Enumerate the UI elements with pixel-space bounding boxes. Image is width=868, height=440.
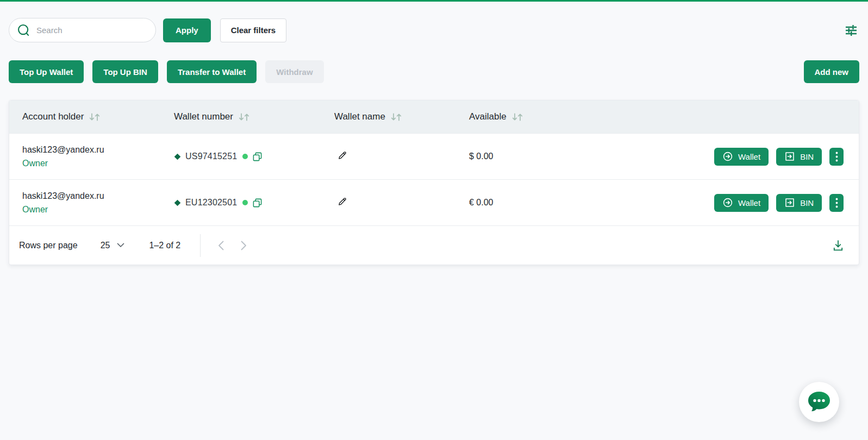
chevron-down-icon (117, 243, 124, 248)
wallet-actions-row: Top Up Wallet Top Up BIN Transfer to Wal… (9, 60, 859, 83)
pagination-nav (216, 238, 249, 253)
account-holder-cell: haski123@yandex.ru Owner (9, 145, 174, 168)
search-box[interactable] (9, 18, 156, 42)
row-menu-button[interactable] (829, 194, 844, 212)
pencil-icon (338, 151, 347, 160)
kebab-menu-icon (835, 198, 838, 208)
status-dot-icon (242, 154, 248, 159)
filter-toolbar: Apply Clear filters (9, 18, 859, 42)
chat-bubble-icon (807, 391, 831, 413)
export-download-button[interactable] (832, 239, 845, 252)
account-email: haski123@yandex.ru (22, 145, 174, 155)
table-row: haski123@yandex.ru Owner EU12302501 (9, 179, 859, 225)
available-cell: $ 0.00 (469, 152, 714, 161)
column-header-account-holder[interactable]: Account holder (9, 111, 174, 122)
row-actions-cell: Wallet BIN (714, 148, 859, 166)
wallet-name-cell (334, 151, 469, 162)
available-cell: € 0.00 (469, 198, 714, 208)
wallet-number-cell: EU12302501 (174, 198, 334, 208)
sort-icon[interactable] (238, 112, 250, 122)
bin-button-label: BIN (800, 198, 814, 208)
account-email: haski123@yandex.ru (22, 191, 174, 201)
withdraw-button[interactable]: Withdraw (265, 60, 323, 83)
top-up-wallet-button[interactable]: Top Up Wallet (9, 60, 84, 83)
chevron-left-icon (218, 241, 224, 250)
arrow-circle-right-icon (722, 197, 733, 208)
chat-support-button[interactable] (799, 382, 839, 422)
kebab-menu-icon (835, 152, 838, 162)
rows-per-page-value: 25 (101, 241, 110, 250)
bin-details-button[interactable]: BIN (776, 148, 822, 166)
filter-settings-button[interactable] (845, 24, 857, 36)
edit-wallet-name-button[interactable] (338, 151, 347, 160)
sort-icon[interactable] (511, 112, 523, 122)
sliders-icon (845, 24, 857, 36)
wallet-details-button[interactable]: Wallet (714, 148, 769, 166)
previous-page-button[interactable] (216, 238, 226, 253)
column-header-available[interactable]: Available (469, 111, 714, 122)
column-header-wallet-name[interactable]: Wallet name (334, 111, 469, 122)
next-page-button[interactable] (239, 238, 249, 253)
rows-per-page-label: Rows per page (19, 241, 78, 250)
row-actions-cell: Wallet BIN (714, 194, 859, 212)
edit-wallet-name-button[interactable] (338, 197, 347, 206)
table-footer: Rows per page 25 1–2 of 2 (9, 225, 859, 265)
search-input[interactable] (36, 26, 151, 35)
wallet-button-label: Wallet (738, 152, 760, 161)
available-amount: € 0.00 (469, 198, 493, 207)
wallets-table: Account holder Wallet number (9, 100, 859, 265)
column-label: Wallet name (334, 111, 385, 122)
bin-details-button[interactable]: BIN (776, 194, 822, 212)
sort-icon[interactable] (390, 112, 402, 122)
top-up-bin-button[interactable]: Top Up BIN (92, 60, 158, 83)
wallets-page: Apply Clear filters Top Up Wallet Top Up… (0, 18, 868, 265)
copy-icon (252, 198, 263, 208)
table-header-row: Account holder Wallet number (9, 100, 859, 133)
column-label: Available (469, 111, 507, 122)
diamond-icon (174, 199, 181, 206)
account-role[interactable]: Owner (22, 205, 174, 215)
row-menu-button[interactable] (829, 148, 844, 166)
sort-icon[interactable] (89, 112, 101, 122)
diamond-icon (174, 153, 181, 160)
wallet-name-cell (334, 197, 469, 209)
top-accent-bar (0, 0, 868, 2)
divider (200, 234, 201, 257)
column-label: Wallet number (174, 111, 233, 122)
clear-filters-button[interactable]: Clear filters (220, 18, 287, 42)
wallet-button-label: Wallet (738, 198, 760, 208)
pagination-range: 1–2 of 2 (149, 241, 180, 250)
available-amount: $ 0.00 (469, 152, 493, 161)
arrow-box-right-icon (784, 197, 795, 208)
table-row: haski123@yandex.ru Owner US97415251 (9, 133, 859, 179)
arrow-circle-right-icon (722, 151, 733, 162)
wallet-number: US97415251 (185, 152, 237, 161)
status-dot-icon (242, 200, 248, 205)
account-role[interactable]: Owner (22, 159, 174, 168)
download-icon (832, 239, 845, 252)
arrow-box-right-icon (784, 151, 795, 162)
bin-button-label: BIN (800, 152, 814, 161)
search-icon (16, 23, 31, 37)
copy-icon (252, 152, 263, 162)
chevron-right-icon (241, 241, 247, 250)
add-new-button[interactable]: Add new (804, 60, 860, 83)
column-header-wallet-number[interactable]: Wallet number (174, 111, 334, 122)
copy-wallet-number-button[interactable] (252, 198, 263, 208)
transfer-to-wallet-button[interactable]: Transfer to Wallet (167, 60, 257, 83)
apply-button[interactable]: Apply (163, 18, 211, 42)
rows-per-page-select[interactable]: 25 (101, 241, 125, 250)
account-holder-cell: haski123@yandex.ru Owner (9, 191, 174, 215)
column-label: Account holder (22, 111, 84, 122)
wallet-details-button[interactable]: Wallet (714, 194, 769, 212)
wallet-number: EU12302501 (185, 198, 237, 208)
pencil-icon (338, 197, 347, 206)
wallet-number-cell: US97415251 (174, 152, 334, 162)
copy-wallet-number-button[interactable] (252, 152, 263, 162)
